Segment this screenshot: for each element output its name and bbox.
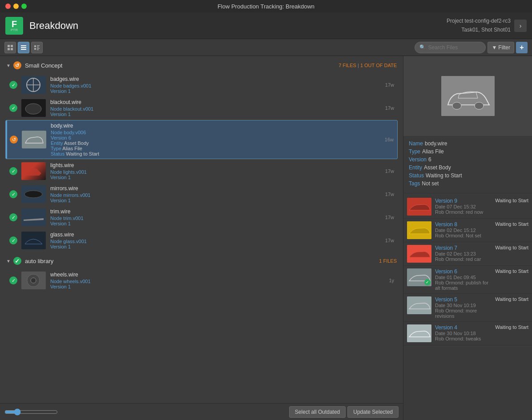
svg-point-21 (452, 102, 461, 109)
status-check-icon: ✓ (9, 276, 17, 284)
zoom-slider[interactable] (4, 408, 58, 416)
bottom-bar: Select all Outdated Update Selected (0, 403, 403, 420)
file-thumbnail (21, 232, 46, 249)
version-date: Date 07 Dec 15:32 (435, 204, 492, 209)
file-thumbnail (21, 272, 46, 289)
file-version: Version 1 (50, 88, 382, 94)
file-row[interactable]: ✓ glass.wire Node glass.v001 Version 1 1… (5, 229, 398, 252)
version-thumbnail (407, 221, 431, 239)
svg-point-22 (475, 102, 484, 109)
maximize-button[interactable] (21, 4, 27, 9)
svg-rect-6 (21, 49, 26, 50)
group-name: auto library (25, 258, 379, 264)
preview-area (403, 56, 532, 136)
detail-label-status: Status (409, 172, 424, 179)
active-version-badge: ✓ (424, 279, 431, 285)
file-row[interactable]: ✓ blackout.wire Node blackout.v001 Versi… (5, 97, 398, 119)
detail-value-status: Waiting to Start (426, 172, 462, 179)
file-age: 17w (382, 215, 394, 220)
details-section: Name body.wire Type Alias File Version 6… (403, 136, 532, 193)
file-node: Node mirrors.v001 (50, 192, 382, 198)
detail-value-type: Alias File (422, 148, 444, 155)
version-number: Version 4 (435, 324, 492, 331)
preview-image (441, 76, 495, 116)
version-item[interactable]: Version 9 Date 07 Dec 15:32 Rob Ormond: … (403, 195, 532, 219)
svg-point-17 (24, 191, 42, 198)
status-outdated-icon: ↺ (10, 136, 18, 144)
project-name: Project test-config-def2-rc3 (447, 17, 511, 25)
svg-rect-1 (11, 45, 13, 47)
search-box[interactable]: 🔍 (415, 42, 486, 53)
window-controls[interactable] (5, 4, 27, 9)
version-item[interactable]: Version 8 Date 02 Dec 15:12 Rob Ormond: … (403, 219, 532, 242)
nav-forward-button[interactable]: › (514, 20, 527, 32)
svg-rect-0 (8, 45, 10, 47)
search-icon: 🔍 (419, 44, 426, 50)
svg-rect-27 (407, 296, 431, 314)
detail-row-type: Type Alias File (409, 148, 527, 155)
version-item[interactable]: Version 7 Date 02 Dec 13:23 Rob Ormond: … (403, 242, 532, 266)
group-stats: 7 FILES | 1 OUT OF DATE (339, 63, 397, 68)
file-row-selected[interactable]: ↺ body.wire Node body.v006 Version 6 (5, 120, 398, 159)
file-version: Version 1 (50, 244, 382, 249)
svg-point-16 (25, 104, 41, 114)
app-logo: F PTR (5, 17, 23, 35)
file-status-outdated: ↺ (9, 135, 18, 144)
detail-value-version: 6 (428, 156, 431, 163)
group-collapse-arrow[interactable]: ▼ (6, 63, 11, 68)
version-thumbnail (407, 296, 431, 314)
filter-button[interactable]: ▼ Filter (488, 42, 514, 53)
file-status-ok: ✓ (9, 236, 18, 245)
version-item-active[interactable]: ✓ Version 6 Date 01 Dec 09:45 Rob Ormond… (403, 266, 532, 294)
detail-value-entity: Asset Body (424, 164, 451, 171)
file-row[interactable]: ✓ mirrors.wire Node mirrors.v001 Version… (5, 183, 398, 205)
grid-view-button[interactable] (4, 42, 16, 53)
version-note: Rob Ormond: red car (435, 256, 492, 262)
toolbar: 🔍 ▼ Filter + (0, 39, 532, 56)
file-row[interactable]: ✓ badges.wire Node badges.v001 Version 1… (5, 74, 398, 96)
file-node: Node wheels.v001 (50, 279, 385, 284)
detail-view-button[interactable] (31, 42, 43, 53)
list-view-button[interactable] (18, 42, 29, 53)
search-input[interactable] (428, 44, 486, 51)
file-age: 1y (385, 278, 394, 283)
svg-point-19 (31, 278, 36, 283)
file-entity: Entity Asset Body (51, 140, 381, 146)
group-stats: 1 FILES (379, 258, 397, 264)
minimize-button[interactable] (13, 4, 19, 9)
file-node: Node badges.v001 (50, 83, 382, 88)
file-row[interactable]: ✓ trim.wire Node trim.v001 Version 1 17w (5, 206, 398, 228)
file-row[interactable]: ✓ wheels.wire Node wheels.v001 Version 1… (5, 269, 398, 292)
group-name: Small Concept (25, 62, 339, 69)
version-info: Version 8 Date 02 Dec 15:12 Rob Ormond: … (435, 221, 492, 238)
group-header-auto-library: ▼ ✓ auto library 1 FILES (4, 255, 399, 267)
file-list: ▼ ↺ Small Concept 7 FILES | 1 OUT OF DAT… (0, 56, 403, 403)
version-item[interactable]: Version 4 Date 30 Nov 10:18 Rob Ormond: … (403, 322, 532, 345)
svg-rect-5 (21, 47, 26, 48)
group-collapse-arrow[interactable]: ▼ (6, 259, 11, 264)
file-row[interactable]: ✓ lights.wire Node lights.v001 Version 1… (5, 160, 398, 182)
svg-rect-9 (37, 47, 39, 48)
add-button[interactable]: + (516, 42, 528, 53)
file-version: Version 1 (50, 221, 382, 226)
close-button[interactable] (5, 4, 11, 9)
detail-label-version: Version (409, 156, 427, 163)
file-type: Type Alias File (51, 146, 381, 151)
version-number: Version 7 (435, 245, 492, 251)
select-outdated-button[interactable]: Select all Outdated (289, 406, 346, 418)
group-status-icon: ↺ (13, 61, 21, 69)
file-info: badges.wire Node badges.v001 Version 1 (50, 76, 382, 94)
version-status: Waiting to Start (495, 324, 528, 330)
update-selected-button[interactable]: Update Selected (347, 406, 399, 418)
version-date: Date 30 Nov 10:19 (435, 303, 492, 308)
file-node: Node blackout.v001 (50, 106, 382, 112)
file-version: Version 1 (50, 198, 382, 203)
file-age: 17w (382, 105, 394, 111)
version-date: Date 02 Dec 15:12 (435, 228, 492, 233)
version-item[interactable]: Version 5 Date 30 Nov 10:19 Rob Ormond: … (403, 294, 532, 322)
file-name: glass.wire (50, 232, 382, 238)
file-thumbnail (21, 185, 46, 203)
detail-label-type: Type (409, 148, 420, 155)
file-age: 17w (382, 238, 394, 243)
file-info: wheels.wire Node wheels.v001 Version 1 (50, 272, 385, 289)
